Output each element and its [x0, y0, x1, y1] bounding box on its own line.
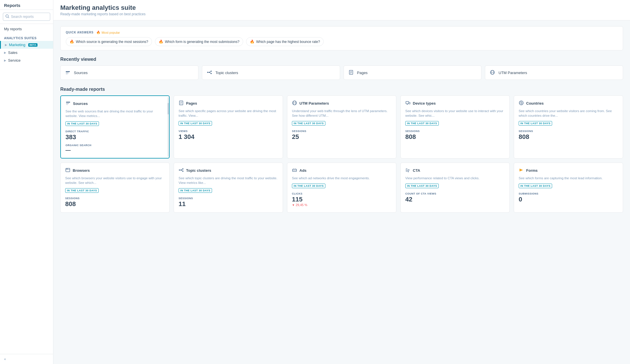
rv-card-utm[interactable]: UTM Parameters [485, 65, 623, 80]
search-wrap [0, 10, 53, 24]
metric-submissions: SUBMISSIONS 0 [519, 192, 618, 203]
report-card-desc: See which topic clusters are driving the… [179, 176, 278, 185]
rv-card-sources[interactable]: Sources [60, 65, 198, 80]
scroll-indicator [167, 96, 169, 158]
svg-rect-4 [66, 74, 68, 74]
rv-label: Pages [357, 71, 368, 75]
report-card-header: Sources [65, 101, 164, 107]
svg-point-41 [179, 169, 180, 171]
rv-card-pages[interactable]: Pages [344, 65, 482, 80]
report-card-countries[interactable]: Countries See which countries your websi… [514, 95, 623, 159]
report-card-header: CTA [405, 167, 505, 173]
svg-point-9 [209, 72, 210, 73]
in-last-badge: IN THE LAST 30 DAYS [65, 188, 99, 193]
metric-clicks: CLICKS 115 ▼ 29,45 % [292, 192, 391, 207]
report-card-title: CTA [413, 168, 420, 173]
report-card-desc: See which countries your website visitor… [519, 109, 618, 118]
chevron-icon: ▶ [4, 51, 6, 54]
forms-card-icon [519, 167, 524, 173]
page-subtitle: Ready-made marketing reports based on be… [60, 12, 623, 16]
report-card-metrics: VIEWS 1 304 [179, 130, 278, 141]
main-body: QUICK ANSWERS 🔥 Most popular 🔥 Which sou… [53, 20, 630, 218]
svg-point-8 [207, 72, 208, 73]
report-card-desc: See which devices visitors to your websi… [405, 109, 505, 118]
svg-rect-20 [66, 103, 69, 104]
report-card-header: Ads [292, 167, 391, 173]
quick-answer-forms[interactable]: 🔥 Which form is generating the most subm… [155, 37, 243, 46]
pages-icon [348, 70, 354, 76]
sidebar: Reports My reports Analytics suites ▶ Ma… [0, 0, 53, 364]
report-card-header: Browsers [65, 167, 165, 173]
report-card-header: Pages [179, 100, 278, 106]
sidebar-item-service[interactable]: ▶ Service [0, 56, 53, 64]
report-card-browsers[interactable]: Browsers See which browsers your website… [60, 163, 170, 213]
report-card-device-types[interactable]: Device types See which devices visitors … [400, 95, 510, 159]
report-card-title: Pages [186, 101, 197, 105]
chevron-icon: ▶ [5, 43, 7, 46]
report-card-utm[interactable]: UTM Parameters Understand your web traff… [287, 95, 396, 159]
report-card-metrics: SESSIONS 808 [405, 130, 505, 141]
report-card-header: Forms [519, 167, 618, 173]
sidebar-item-marketing[interactable]: ▶ Marketing BETA [0, 41, 53, 49]
report-card-metrics: SESSIONS 808 [65, 197, 165, 208]
quick-answers-items: 🔥 Which source is generating the most se… [66, 37, 618, 46]
quick-answer-bounce[interactable]: 🔥 Which page has the highest bounce rate… [246, 37, 324, 46]
beta-badge: BETA [28, 43, 38, 47]
report-card-ads[interactable]: Ads See which ad networks drive the most… [287, 163, 396, 213]
quick-answers-section: QUICK ANSWERS 🔥 Most popular 🔥 Which sou… [60, 26, 623, 50]
analytics-suites-label: Analytics suites [0, 34, 53, 41]
report-card-title: Browsers [73, 168, 90, 173]
rv-label: Topic clusters [215, 71, 238, 75]
svg-point-10 [211, 71, 212, 72]
flame-icon: 🔥 [96, 31, 100, 34]
quick-answer-sessions[interactable]: 🔥 Which source is generating the most se… [66, 37, 152, 46]
report-card-topic-clusters[interactable]: Topic clusters See which topic clusters … [174, 163, 283, 213]
page-title: Marketing analytics suite [60, 4, 623, 12]
metric-views: VIEWS 1 304 [179, 130, 278, 141]
app-title: Reports [0, 0, 53, 10]
report-card-desc: See which browsers your website visitors… [65, 176, 165, 185]
report-card-title: UTM Parameters [299, 101, 329, 105]
sidebar-collapse-button[interactable]: « [0, 354, 53, 364]
svg-rect-2 [66, 71, 70, 72]
sidebar-item-sales[interactable]: ▶ Sales [0, 49, 53, 56]
search-icon [5, 14, 9, 19]
quick-answers-label: QUICK ANSWERS [66, 31, 93, 34]
report-card-forms[interactable]: Forms See which forms are capturing the … [514, 163, 623, 213]
svg-point-43 [182, 168, 183, 169]
my-reports-link[interactable]: My reports [0, 24, 53, 34]
sources-icon [65, 70, 71, 76]
topic-clusters-icon [207, 70, 213, 76]
report-card-header: Countries [519, 100, 618, 106]
report-card-desc: See which ad networks drive the most eng… [292, 176, 391, 180]
svg-rect-30 [409, 102, 410, 104]
report-card-cta[interactable]: CTA View performance related to CTA view… [400, 163, 510, 213]
device-card-icon [405, 100, 410, 106]
rv-card-topic-clusters[interactable]: Topic clusters [202, 65, 340, 80]
svg-point-36 [66, 169, 67, 169]
report-card-title: Countries [526, 101, 544, 105]
flame-icon: 🔥 [159, 39, 163, 44]
search-box[interactable] [3, 13, 50, 21]
report-card-title: Forms [526, 168, 538, 173]
in-last-badge: IN THE LAST 30 DAYS [519, 121, 552, 126]
most-popular-badge: 🔥 Most popular [96, 31, 120, 34]
report-card-sources[interactable]: Sources See the web sources that are dri… [60, 95, 170, 159]
report-card-header: Device types [405, 100, 505, 106]
report-card-metrics: SUBMISSIONS 0 [519, 192, 618, 203]
report-card-desc: See which forms are capturing the most l… [519, 176, 618, 180]
countries-card-icon [519, 100, 524, 106]
in-last-badge: IN THE LAST 30 DAYS [179, 188, 212, 193]
search-input[interactable] [11, 15, 48, 19]
reports-grid: Sources See the web sources that are dri… [60, 95, 623, 213]
report-card-title: Device types [413, 101, 436, 105]
metric-sessions: SESSIONS 808 [65, 197, 165, 208]
svg-point-11 [211, 73, 212, 74]
in-last-badge: IN THE LAST 30 DAYS [292, 184, 325, 188]
page-header: Marketing analytics suite Ready-made mar… [53, 0, 630, 20]
report-card-pages[interactable]: Pages See which specific pages across yo… [174, 95, 283, 159]
svg-rect-19 [66, 102, 70, 103]
browsers-card-icon [65, 167, 70, 173]
main-content: Marketing analytics suite Ready-made mar… [53, 0, 630, 364]
in-last-badge: IN THE LAST 30 DAYS [179, 121, 212, 126]
